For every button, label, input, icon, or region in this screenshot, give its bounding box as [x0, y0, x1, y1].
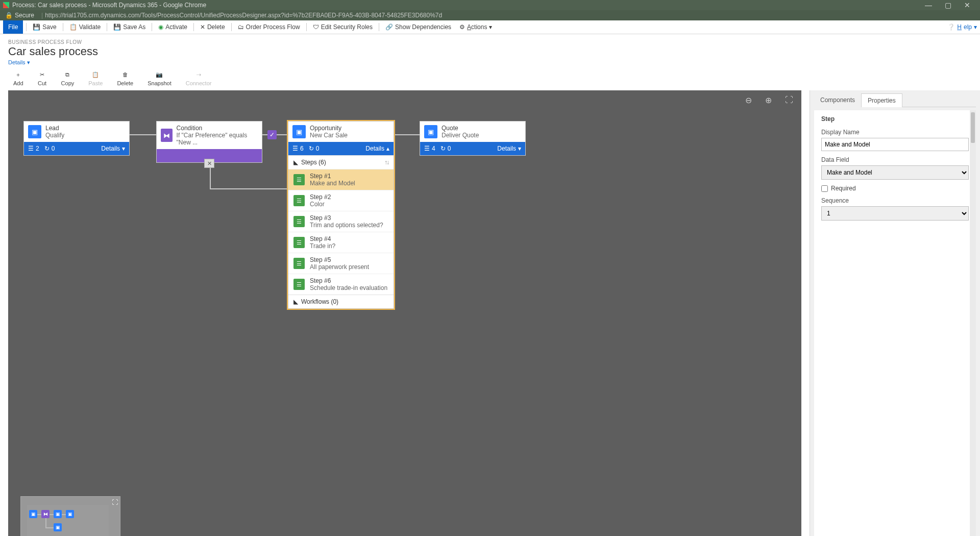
window-minimize[interactable]: —: [919, 1, 938, 9]
minimap[interactable]: ⛶ ▣ ⧓ ▣ ▣ ▣: [20, 496, 120, 536]
fit-screen-icon[interactable]: ⛶: [785, 95, 793, 105]
validate-icon: 📋: [69, 23, 77, 31]
stage-subtitle: Qualify: [45, 132, 64, 139]
condition-delete-handle[interactable]: ✕: [204, 159, 214, 168]
stage-details-toggle[interactable]: Details ▴: [365, 145, 389, 152]
delete-icon: ✕: [200, 23, 205, 31]
page-header: BUSINESS PROCESS FLOW Car sales process …: [0, 34, 980, 68]
sequence-select[interactable]: 1: [821, 206, 969, 221]
paste-button[interactable]: 📋Paste: [88, 70, 103, 86]
step-row[interactable]: ☰ Step #6Schedule trade-in evaluation: [288, 274, 394, 295]
minimap-expand-icon[interactable]: ⛶: [112, 499, 118, 506]
stage-details-toggle[interactable]: Details ▾: [101, 145, 125, 152]
required-label: Required: [831, 185, 856, 192]
steps-count: ☰2: [28, 145, 39, 152]
workflow-icon: ↻: [309, 145, 314, 152]
stage-icon: ▣: [28, 125, 41, 138]
details-link[interactable]: Details ▾: [8, 59, 30, 65]
step-row[interactable]: ☰ Step #1Make and Model: [288, 169, 394, 190]
workflows-count: ↻0: [440, 145, 451, 152]
data-field-label: Data Field: [821, 156, 969, 163]
actions-menu[interactable]: ⚙AActionsctions▾: [456, 22, 495, 32]
stage-name: Opportunity: [310, 125, 348, 132]
workflows-count: ↻0: [309, 145, 320, 152]
data-field-select[interactable]: Make and Model: [821, 165, 969, 180]
window-close[interactable]: ✕: [958, 1, 977, 9]
step-row[interactable]: ☰ Step #4Trade in?: [288, 232, 394, 253]
stage-condition[interactable]: ⧓ Condition If "Car Preference" equals "…: [156, 121, 262, 163]
zoom-out-icon[interactable]: ⊖: [745, 95, 752, 105]
display-name-input[interactable]: [821, 138, 969, 151]
stage-lead[interactable]: ▣ Lead Qualify ☰2 ↻0 Details ▾: [23, 121, 130, 156]
chevron-down-icon: ▾: [518, 145, 521, 152]
save-as-icon: 💾: [113, 23, 121, 31]
steps-section-header[interactable]: ◣ Steps (6) ↑↓: [288, 155, 394, 169]
save-as-button[interactable]: 💾Save As: [110, 22, 149, 32]
minimap-node: ▣: [66, 510, 74, 518]
panel-scrollbar[interactable]: [970, 110, 976, 536]
connector-icon: ⇢: [194, 70, 203, 79]
step-row[interactable]: ☰ Step #3Trim and options selected?: [288, 211, 394, 232]
minimap-node: ▣: [54, 510, 62, 518]
stage-subtitle: New Car Sale: [310, 132, 348, 139]
snapshot-button[interactable]: 📷Snapshot: [148, 70, 171, 86]
workflow-icon: ↻: [440, 145, 446, 152]
cut-button[interactable]: ✂Cut: [38, 70, 47, 86]
tab-components[interactable]: Components: [814, 93, 861, 107]
order-process-flow-button[interactable]: 🗂Order Process Flow: [235, 22, 303, 32]
activate-button[interactable]: ◉Activate: [155, 22, 190, 32]
copy-button[interactable]: ⧉Copy: [61, 70, 75, 86]
steps-icon: ☰: [292, 145, 298, 152]
delete-button[interactable]: ✕Delete: [197, 22, 228, 32]
stage-quote[interactable]: ▣ Quote Deliver Quote ☰4 ↻0 Details ▾: [420, 121, 526, 156]
workflows-count: ↻0: [44, 145, 55, 152]
window-titlebar: Process: Car sales process - Microsoft D…: [0, 0, 980, 10]
plus-icon: ＋: [14, 70, 23, 79]
chevron-down-icon: ▾: [489, 23, 492, 31]
condition-true-badge: ✓: [267, 130, 277, 139]
required-checkbox[interactable]: [821, 185, 828, 192]
window-title: Process: Car sales process - Microsoft D…: [12, 2, 206, 9]
chevron-down-icon: ▾: [122, 145, 125, 152]
connector-button[interactable]: ⇢Connector: [186, 70, 212, 86]
trash-icon: 🗑: [120, 70, 130, 79]
actions-icon: ⚙: [459, 23, 465, 31]
workflows-section-header[interactable]: ◣ Workflows (0): [288, 295, 394, 308]
step-icon: ☰: [293, 279, 305, 290]
chevron-down-icon: ▾: [974, 23, 977, 31]
help-button[interactable]: ❔Help▾: [947, 23, 977, 31]
step-icon: ☰: [293, 237, 305, 248]
delete-component-button[interactable]: 🗑Delete: [117, 70, 133, 86]
copy-icon: ⧉: [63, 70, 72, 79]
designer-actions: ＋Add ✂Cut ⧉Copy 📋Paste 🗑Delete 📷Snapshot…: [0, 68, 980, 90]
chevron-down-icon: ▾: [27, 59, 30, 65]
zoom-in-icon[interactable]: ⊕: [765, 95, 772, 105]
condition-icon: ⧓: [161, 129, 173, 142]
save-button[interactable]: 💾Save: [30, 22, 59, 32]
add-button[interactable]: ＋Add: [13, 70, 23, 86]
stage-opportunity[interactable]: ▣ Opportunity New Car Sale ☰6 ↻0 Details…: [288, 121, 394, 309]
steps-count: ☰6: [292, 145, 304, 152]
show-dependencies-button[interactable]: 🔗Show Dependencies: [382, 22, 454, 32]
chevron-up-icon: ▴: [386, 145, 389, 152]
validate-button[interactable]: 📋Validate: [66, 22, 104, 32]
minimap-node: ▣: [29, 510, 37, 518]
stage-name: Condition: [177, 125, 258, 132]
designer-canvas[interactable]: ⊖ ⊕ ⛶ ✓ ▣ Lead Qualify: [8, 90, 801, 536]
properties-section-title: Step: [821, 115, 969, 123]
file-menu[interactable]: File: [3, 20, 23, 34]
side-panel: Components Properties Step Display Name …: [810, 90, 980, 536]
reorder-arrows[interactable]: ↑↓: [384, 159, 388, 166]
tab-properties[interactable]: Properties: [861, 93, 902, 107]
connector-line: [394, 134, 423, 135]
stage-details-toggle[interactable]: Details ▾: [497, 145, 521, 152]
workflow-icon: ↻: [44, 145, 50, 152]
steps-count: ☰4: [424, 145, 435, 152]
activate-icon: ◉: [158, 23, 163, 31]
url-text[interactable]: https://trial1705.crm.dynamics.com/Tools…: [45, 12, 442, 19]
side-tabs: Components Properties: [814, 93, 976, 107]
step-row[interactable]: ☰ Step #2Color: [288, 190, 394, 211]
step-row[interactable]: ☰ Step #5All paperwork present: [288, 253, 394, 274]
window-maximize[interactable]: ▢: [938, 1, 958, 9]
edit-security-roles-button[interactable]: 🛡Edit Security Roles: [310, 22, 376, 32]
